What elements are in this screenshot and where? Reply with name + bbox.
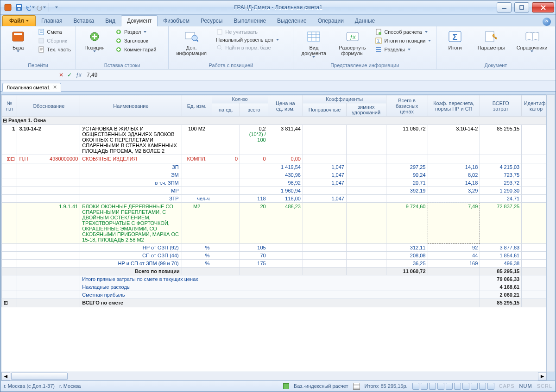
col-coeff-winter[interactable]: зимних удорожаний (346, 103, 386, 117)
tab-view[interactable]: Вид (100, 16, 121, 26)
status-icon[interactable] (479, 383, 486, 390)
col-qty-per[interactable]: на ед. (212, 103, 240, 117)
col-name[interactable]: Наименование (80, 95, 182, 117)
sub-row[interactable]: МР1 960,94392,193,291 290,30 (2, 187, 551, 195)
col-coeff-corr[interactable]: Поправочные (303, 103, 346, 117)
dopinfo-button[interactable]: Доп. информация (171, 28, 211, 57)
percent-row[interactable]: СП от ОЗП (44)%70208,08441 854,61 (2, 252, 551, 260)
smeta-button[interactable]: Смета (36, 28, 73, 36)
col-coeff[interactable]: Коэффициенты (303, 95, 386, 103)
pos-totals-button[interactable]: ΣИтоги по позиции (373, 37, 433, 45)
section-row[interactable]: ⊟ Раздел 1. Окна (2, 117, 551, 125)
status-icon[interactable] (454, 383, 461, 390)
col-basis[interactable]: Обоснование (17, 95, 80, 117)
scroll-thumb[interactable] (11, 373, 68, 380)
tab-document[interactable]: Документ (121, 15, 158, 26)
col-total-base[interactable]: Всего в базисных ценах (386, 95, 428, 117)
percent-row[interactable]: НР от ОЗП (92)%105312,11923 877,83 (2, 244, 551, 252)
search-icon (216, 44, 223, 51)
grid[interactable]: № п.п Обоснование Наименование Ед. изм. … (1, 94, 555, 372)
status-icon[interactable] (437, 383, 444, 390)
col-unit[interactable]: Ед. изм. (182, 95, 212, 117)
tab-main[interactable]: Главная (36, 16, 68, 26)
list-icon (375, 46, 382, 53)
expand-formulas-button[interactable]: ƒx Развернуть формулы (334, 28, 370, 57)
sub-row[interactable]: ЗП1 419,541,047297,2514,184 215,03 (2, 163, 551, 171)
close-button[interactable] (532, 2, 554, 12)
status-icon[interactable] (471, 383, 478, 390)
tab-progress[interactable]: Выполнение (228, 16, 272, 26)
scroll-left-icon[interactable]: ◄ (1, 372, 10, 380)
tab-resources[interactable]: Ресурсы (195, 16, 228, 26)
status-icon[interactable] (412, 383, 419, 390)
horizontal-scrollbar[interactable]: ◄ ► (1, 372, 547, 381)
window-title: ГРАНД-Смета - Локальная смета1 (61, 4, 495, 11)
grand-total-row[interactable]: ⊞ВСЕГО по смете85 295,15 (2, 299, 551, 307)
formula-input[interactable]: 7,49 (87, 72, 552, 78)
col-num[interactable]: № п.п (2, 95, 17, 117)
scroll-right-icon[interactable]: ► (538, 372, 547, 380)
svg-rect-23 (308, 32, 320, 41)
section-button[interactable]: Раздел (113, 28, 158, 36)
tab-phys[interactable]: Физобъем (158, 16, 195, 26)
status-icon[interactable] (462, 383, 469, 390)
sub-row[interactable]: ЗТРчел-ч118118,001,04724,71 (2, 195, 551, 203)
col-qty[interactable]: Кол-во (212, 95, 268, 103)
app-icon[interactable] (3, 3, 13, 12)
accept-fx-icon[interactable]: ✓ (67, 72, 72, 78)
status-icon[interactable] (487, 383, 494, 390)
redo-icon[interactable] (37, 3, 46, 12)
position-button[interactable]: Позиция (79, 28, 110, 54)
base-button[interactable]: База (3, 28, 33, 54)
undo-icon[interactable] (25, 3, 35, 12)
close-tab-icon[interactable]: ✕ (53, 84, 57, 90)
status-icon[interactable] (421, 383, 428, 390)
selected-cell[interactable]: 7,49 (428, 203, 480, 244)
region-1[interactable]: г. Москва (с Доп.1-37) (4, 383, 55, 389)
svg-rect-4 (502, 8, 506, 9)
file-tab[interactable]: Файл (2, 15, 36, 26)
sub-row[interactable]: в т.ч. ЗПМ98,921,04720,7114,18293,72 (2, 179, 551, 187)
help-icon[interactable]: ^ (543, 18, 551, 26)
save-icon[interactable] (14, 3, 24, 12)
params-button[interactable]: Параметры (474, 28, 509, 52)
position-row[interactable]: 1 3.10-14-2 УСТАНОВКА В ЖИЛЫХ И ОБЩЕСТВЕ… (2, 125, 551, 155)
view-doc-button[interactable]: Вид документа (296, 28, 331, 59)
tech-button[interactable]: Тех. часть (36, 45, 73, 54)
pn-row[interactable]: ⊞⊟ П,Н 4980000000 СКОБЯНЫЕ ИЗДЕЛИЯ КОМПЛ… (2, 155, 551, 163)
sections-button[interactable]: Разделы (373, 45, 433, 54)
col-price[interactable]: Цена на ед. изм. (268, 95, 303, 117)
cancel-fx-icon[interactable]: ✕ (59, 72, 63, 78)
tab-data[interactable]: Данные (349, 16, 380, 26)
status-icon[interactable] (429, 383, 436, 390)
col-recalc[interactable]: Коэф. пересчета, нормы НР и СП (428, 95, 480, 117)
tab-insert[interactable]: Вставка (68, 16, 100, 26)
minimize-button[interactable] (497, 2, 512, 12)
vertical-scrollbar[interactable] (546, 94, 555, 372)
position-total-row[interactable]: Всего по позиции11 060,7285 295,15 (2, 268, 551, 275)
col-total[interactable]: ВСЕГО затрат (480, 95, 522, 117)
col-qty-total[interactable]: всего (240, 103, 268, 117)
calc-mode-button[interactable]: Способ расчета (373, 28, 433, 36)
tab-operations[interactable]: Операции (312, 16, 349, 26)
refs-button[interactable]: Справочники (512, 28, 552, 54)
qat-customize-icon[interactable] (52, 3, 61, 12)
tab-selection[interactable]: Выделение (272, 16, 312, 26)
summary-row[interactable]: Сметная прибыль2 060,21 (2, 291, 551, 299)
region-2[interactable]: г. Москва (59, 383, 81, 389)
resource-row[interactable]: 1.9-1-41 БЛОКИ ОКОННЫЕ ДЕРЕВЯННЫЕ СО СПА… (2, 203, 551, 244)
checkbox-icon (216, 28, 223, 36)
summary-row[interactable]: Накладные расходы4 168,61 (2, 283, 551, 291)
comment-button[interactable]: Комментарий (113, 45, 158, 54)
sheet-tab[interactable]: Локальная смета1 ✕ (2, 83, 61, 92)
maximize-button[interactable] (514, 2, 529, 12)
price-level-button[interactable]: Начальный уровень цен (214, 37, 281, 43)
dopinfo-label: Доп. информация (176, 45, 207, 56)
sub-row[interactable]: ЭМ430,961,04790,248,02723,75 (2, 171, 551, 179)
summary-row[interactable]: Итого прямые затраты по смете в текущих … (2, 275, 551, 283)
calc-mode-label[interactable]: Баз.-индексный расчет (294, 383, 348, 389)
status-icon[interactable] (446, 383, 453, 390)
header-button[interactable]: Заголовок (113, 37, 158, 45)
percent-row[interactable]: НР и СП от ЗПМ (99 и 70)%17536,25169496,… (2, 260, 551, 268)
totals-button[interactable]: Σ Итоги (439, 28, 471, 52)
